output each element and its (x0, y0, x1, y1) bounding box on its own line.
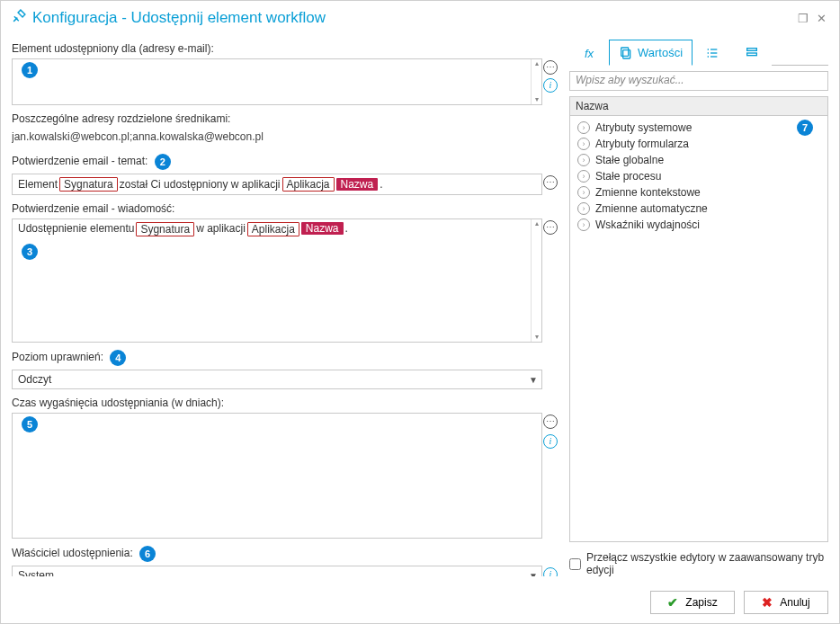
info-icon[interactable]: i (543, 78, 558, 93)
permission-select[interactable]: Odczyt ▼ (12, 370, 542, 389)
list-icon (705, 46, 719, 60)
save-button[interactable]: ✔ Zapisz (650, 591, 735, 614)
advanced-mode-label: Przełącz wszystkie edytory w zaawansowan… (586, 551, 828, 576)
footer: ✔ Zapisz ✖ Anuluj (1, 584, 839, 623)
subject-input[interactable]: Element Sygnatura został Ci udostępniony… (12, 174, 542, 195)
tree-item[interactable]: ›Wskaźniki wydajności (574, 217, 824, 233)
tabstrip: fx Wartości (569, 39, 828, 66)
tree-item[interactable]: ›Zmienne automatyczne (574, 201, 824, 217)
more-icon[interactable]: ⋯ (543, 175, 558, 190)
info-icon[interactable]: i (543, 567, 558, 576)
svg-rect-9 (747, 53, 757, 56)
tree-item[interactable]: ›Atrybuty systemowe (574, 120, 824, 136)
tree-item[interactable]: ›Zmienne kontekstowe (574, 184, 824, 201)
callout-badge-4: 4 (110, 350, 126, 366)
advanced-mode-checkbox[interactable] (569, 558, 581, 570)
owner-value: System (18, 569, 54, 576)
advanced-mode-row: Przełącz wszystkie edytory w zaawansowan… (569, 551, 828, 576)
more-icon[interactable]: ⋯ (543, 60, 558, 75)
scroll-indicator[interactable]: ▴▾ (531, 59, 541, 104)
token-sygnatura[interactable]: Sygnatura (136, 222, 194, 236)
tab-values-label: Wartości (638, 46, 683, 59)
tree-item-label: Zmienne kontekstowe (595, 186, 701, 199)
owner-select[interactable]: System ▼ (12, 566, 542, 576)
tree-item-label: Stałe procesu (595, 170, 661, 183)
tree-item-label: Zmienne automatyczne (595, 202, 708, 215)
info-icon[interactable]: i (543, 434, 558, 449)
expand-icon[interactable]: › (577, 138, 590, 150)
message-input[interactable]: Udostępnienie elementu Sygnatura w aplik… (12, 218, 542, 343)
more-icon[interactable]: ⋯ (543, 220, 558, 235)
separator-example: jan.kowalski@webcon.pl;anna.kowalska@web… (12, 130, 559, 143)
expand-icon[interactable]: › (577, 186, 590, 199)
expand-icon[interactable]: › (577, 121, 590, 134)
tab-form[interactable] (732, 40, 772, 66)
chevron-down-icon: ▼ (529, 571, 538, 577)
tree-item[interactable]: ›Atrybuty formularza (574, 136, 824, 152)
left-panel: Element udostępniony dla (adresy e-mail)… (12, 39, 559, 576)
main-content: Element udostępniony dla (adresy e-mail)… (1, 31, 839, 584)
expand-icon[interactable]: › (577, 218, 590, 231)
separator-label: Poszczególne adresy rozdzielone średnika… (12, 112, 559, 125)
token-aplikacja[interactable]: Aplikacja (247, 222, 299, 236)
window-title: Konfiguracja - Udostępnij element workfl… (32, 9, 326, 27)
message-text: Udostępnienie elementu (18, 222, 134, 235)
callout-badge-7: 7 (797, 120, 813, 136)
copy-icon (619, 46, 633, 60)
more-icon[interactable]: ⋯ (543, 415, 558, 429)
tree-view: Nazwa ›Atrybuty systemowe ›Atrybuty form… (569, 96, 828, 542)
cancel-icon: ✖ (762, 595, 773, 610)
tree-item-label: Atrybuty formularza (595, 138, 689, 150)
expand-icon[interactable]: › (577, 202, 590, 215)
cancel-button-label: Anuluj (780, 596, 809, 609)
tree-header: Nazwa (570, 97, 827, 116)
token-aplikacja[interactable]: Aplikacja (282, 177, 335, 192)
window-maximize-icon[interactable]: ❐ (794, 9, 812, 27)
tab-values[interactable]: Wartości (609, 40, 693, 66)
scroll-indicator[interactable]: ▴▾ (531, 219, 541, 342)
tab-list[interactable] (693, 40, 732, 66)
subject-text: Element (18, 178, 58, 191)
token-nazwa[interactable]: Nazwa (301, 222, 344, 235)
expand-icon[interactable]: › (577, 154, 590, 166)
token-sygnatura[interactable]: Sygnatura (59, 177, 118, 192)
svg-rect-8 (747, 49, 757, 51)
token-nazwa[interactable]: Nazwa (336, 178, 379, 191)
message-text: w aplikacji (196, 222, 246, 235)
callout-badge-6: 6 (139, 546, 156, 562)
expand-icon[interactable]: › (577, 170, 590, 183)
tree-item[interactable]: ›Stałe globalne (574, 152, 824, 168)
message-label: Potwierdzenie email - wiadomość: (12, 202, 559, 215)
permission-label: Poziom uprawnień: 4 (12, 350, 559, 366)
callout-badge-1: 1 (22, 62, 38, 78)
shared-for-input[interactable]: 1 ▴▾ (12, 58, 542, 105)
titlebar: Konfiguracja - Udostępnij element workfl… (1, 1, 839, 31)
chevron-down-icon: ▼ (529, 375, 538, 385)
search-input[interactable]: Wpisz aby wyszukać... (569, 71, 828, 91)
permission-value: Odczyt (18, 373, 51, 386)
tree-item-label: Stałe globalne (595, 154, 664, 166)
subject-label: Potwierdzenie email - temat: 2 (12, 154, 559, 170)
callout-badge-3: 3 (22, 244, 38, 260)
tree-item-label: Wskaźniki wydajności (595, 218, 700, 231)
save-button-label: Zapisz (685, 596, 717, 609)
shared-for-label: Element udostępniony dla (adresy e-mail)… (12, 42, 559, 55)
tree-item-label: Atrybuty systemowe (595, 121, 692, 134)
owner-label: Właściciel udostępnienia: 6 (12, 546, 559, 562)
expire-label: Czas wygaśnięcia udostępniania (w dniach… (12, 397, 559, 409)
tab-fx[interactable]: fx (569, 40, 609, 66)
expire-input[interactable]: 5 (12, 413, 542, 539)
check-icon: ✔ (667, 595, 678, 610)
svg-rect-0 (623, 49, 630, 58)
form-icon (745, 46, 759, 60)
message-text: . (345, 222, 348, 235)
window-close-icon[interactable]: ✕ (812, 9, 830, 27)
tools-icon (12, 8, 27, 28)
callout-badge-2: 2 (155, 154, 171, 170)
tree-item[interactable]: ›Stałe procesu (574, 168, 824, 184)
svg-rect-1 (621, 48, 629, 56)
subject-text: . (380, 178, 382, 191)
subject-text: został Ci udostępniony w aplikacji (120, 178, 281, 191)
cancel-button[interactable]: ✖ Anuluj (744, 591, 828, 614)
right-panel: fx Wartości Wpisz aby wyszukać... Nazwa … (569, 39, 828, 576)
